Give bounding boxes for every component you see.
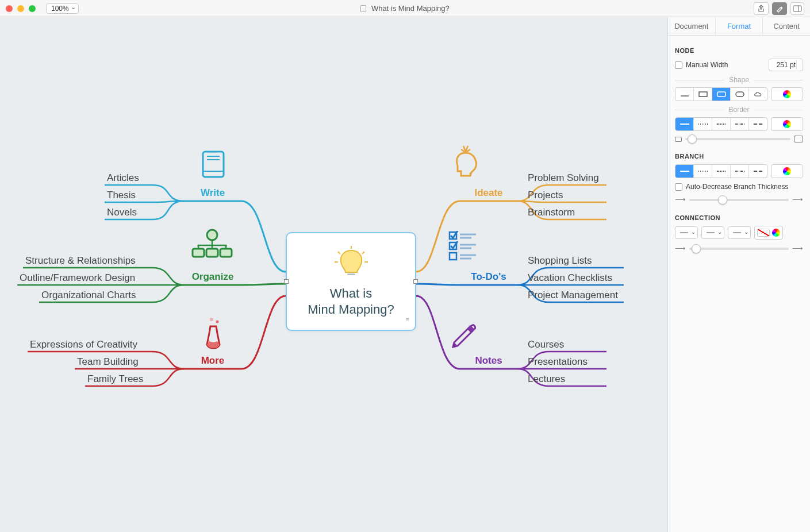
window-title: What is Mind Mapping? [0,4,810,13]
leaf-todos-2[interactable]: Project Management [528,290,618,301]
branch-notes[interactable]: Notes [460,355,517,367]
document-icon [360,5,366,12]
branch-ideate[interactable]: Ideate [460,187,517,199]
svg-rect-8 [206,249,218,257]
manual-width-field[interactable]: 251 pt [769,59,803,71]
svg-rect-7 [193,249,204,257]
leaf-more-2[interactable]: Family Trees [87,373,143,385]
shape-cloud[interactable] [749,88,767,101]
section-connection: CONNECTION [675,214,803,221]
conn-thickness-slider[interactable] [689,248,789,250]
branch-write[interactable]: Write [184,187,241,199]
leaf-more-1[interactable]: Team Building [77,356,139,368]
tab-document[interactable]: Document [668,17,716,35]
mindmap-canvas[interactable]: Write Organize More Ideate To-Do's Notes… [0,17,667,532]
section-branch: BRANCH [675,153,803,160]
leaf-notes-1[interactable]: Presentations [528,356,588,368]
leaf-notes-0[interactable]: Courses [528,339,564,350]
leaf-write-2[interactable]: Novels [107,207,137,218]
branch-organize[interactable]: Organize [184,271,241,283]
svg-line-27 [362,252,364,254]
svg-point-12 [470,173,471,175]
border-solid[interactable] [675,118,694,130]
manual-width-checkbox[interactable] [675,61,682,69]
titlebar: 100% What is Mind Mapping? [0,0,810,17]
leaf-ideate-0[interactable]: Problem Solving [528,172,599,184]
conn-thin-icon: ⟶ [675,244,686,253]
branch-dash1[interactable] [712,165,731,178]
branch-solid[interactable] [675,165,694,178]
branch-style-segmented[interactable] [675,164,767,178]
thickness-max-icon [794,136,803,142]
conn-start-arrow[interactable] [675,226,698,239]
shape-capsule[interactable] [731,88,749,101]
lightbulb-icon [333,246,369,275]
leaf-organize-0[interactable]: Structure & Relationships [25,255,136,267]
note-indicator-icon[interactable]: ≡ [406,316,409,323]
ideate-icon [450,144,482,182]
svg-rect-9 [220,249,232,257]
node-fill-color[interactable] [771,87,803,101]
center-title-line1: What is [330,286,372,300]
node-handle-left[interactable] [284,279,289,284]
node-shape-segmented[interactable] [675,87,767,101]
center-title-line2: Mind Mapping? [308,302,394,317]
leaf-todos-0[interactable]: Shopping Lists [528,255,592,267]
svg-rect-15 [450,253,456,260]
svg-point-10 [210,318,213,321]
center-node-title: What is Mind Mapping? [308,286,394,317]
leaf-ideate-2[interactable]: Brainstorm [528,207,575,218]
shape-none[interactable] [675,88,694,101]
conn-end-arrow[interactable] [728,226,751,239]
leaf-ideate-1[interactable]: Projects [528,190,563,201]
todos-icon [448,231,478,262]
border-dash2[interactable] [731,118,749,130]
border-color[interactable] [771,117,803,131]
leaf-write-0[interactable]: Articles [107,172,139,184]
leaf-more-0[interactable]: Expressions of Creativity [30,339,137,350]
branch-dash3[interactable] [749,165,767,178]
center-node[interactable]: What is Mind Mapping? ≡ [286,232,416,331]
shape-rect[interactable] [694,88,712,101]
tab-content[interactable]: Content [763,17,810,35]
conn-color[interactable] [754,226,783,240]
svg-rect-22 [347,273,355,275]
leaf-todos-1[interactable]: Vacation Checklists [528,272,612,284]
svg-point-11 [216,321,219,323]
organize-icon [190,228,235,260]
leaf-organize-1[interactable]: Outline/Framework Design [20,272,135,284]
inspector-tabs: Document Format Content [668,17,810,36]
branch-todos[interactable]: To-Do's [460,271,517,283]
branch-color[interactable] [771,164,803,178]
conn-thick-icon: ⟶ [792,244,803,253]
tab-format[interactable]: Format [716,17,763,35]
border-dash3[interactable] [749,118,767,130]
border-divider: Border [675,106,803,114]
svg-line-26 [338,252,340,254]
thickness-min-icon [675,137,682,142]
border-thickness-slider[interactable] [685,138,790,140]
svg-rect-31 [699,92,707,97]
branch-dotted[interactable] [694,165,712,178]
border-dotted[interactable] [694,118,712,130]
leaf-organize-2[interactable]: Organizational Charts [41,290,136,301]
border-style-segmented[interactable] [675,117,767,131]
conn-line-style[interactable] [701,226,724,239]
branch-dash2[interactable] [731,165,749,178]
branch-thick-icon: ⟶ [792,195,803,204]
node-handle-right[interactable] [413,279,418,284]
border-dash1[interactable] [712,118,731,130]
branch-thin-icon: ⟶ [675,195,686,204]
branch-more[interactable]: More [184,355,241,367]
auto-decrease-checkbox[interactable] [675,183,682,191]
shape-roundrect[interactable] [712,88,731,101]
section-node: NODE [675,47,803,54]
shape-divider: Shape [675,76,803,84]
more-icon [200,316,227,350]
leaf-write-1[interactable]: Thesis [107,190,136,201]
write-icon [199,148,228,180]
inspector-sidebar: Document Format Content NODE Manual Widt… [667,17,810,532]
branch-thickness-slider[interactable] [689,199,789,201]
leaf-notes-2[interactable]: Lectures [528,373,565,385]
manual-width-label: Manual Width [686,61,728,69]
